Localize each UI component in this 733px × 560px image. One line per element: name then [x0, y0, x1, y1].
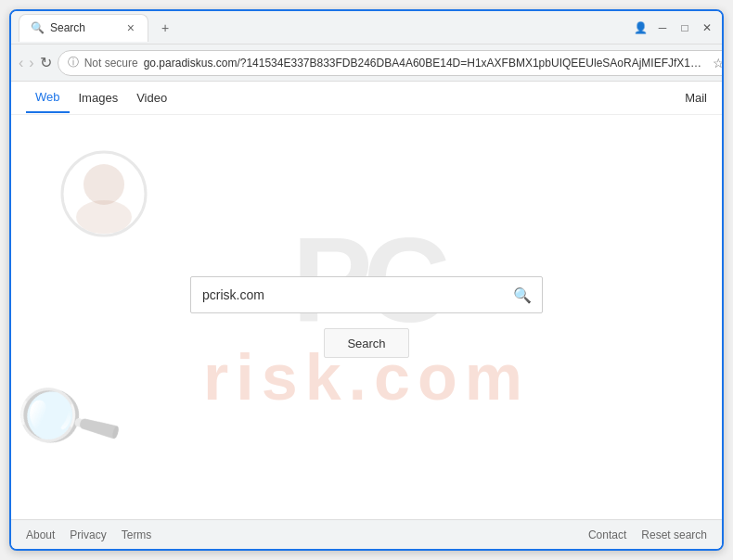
close-button[interactable]: ✕	[700, 20, 714, 35]
browser-window: 🔍 Search × + 👤 ─ □ ✕ ‹ › ↻ ⓘ Not secure …	[9, 9, 724, 551]
refresh-button[interactable]: ↻	[40, 50, 52, 76]
footer-privacy-link[interactable]: Privacy	[70, 528, 106, 541]
svg-point-1	[84, 164, 124, 205]
title-bar: 🔍 Search × + 👤 ─ □ ✕	[11, 11, 722, 45]
nav-item-images[interactable]: Images	[70, 83, 128, 112]
bookmark-button[interactable]: ☆	[713, 56, 724, 70]
footer-contact-link[interactable]: Contact	[588, 528, 626, 541]
footer-terms-link[interactable]: Terms	[122, 528, 152, 541]
svg-point-0	[62, 152, 146, 235]
watermark-logo-area	[48, 143, 160, 254]
nav-item-video[interactable]: Video	[127, 83, 176, 112]
tab-close-button[interactable]: ×	[125, 20, 136, 35]
magnifier-watermark: 🔍	[11, 359, 129, 480]
forward-button[interactable]: ›	[29, 50, 33, 76]
footer-about-link[interactable]: About	[26, 528, 55, 541]
footer-reset-search-link[interactable]: Reset search	[641, 528, 707, 541]
address-bar-row: ‹ › ↻ ⓘ Not secure go.paradiskus.com/?14…	[11, 45, 722, 82]
maximize-button[interactable]: □	[677, 20, 692, 35]
tab-title: Search	[50, 21, 85, 34]
search-form: 🔍 Search	[190, 276, 543, 358]
address-text: go.paradiskus.com/?141534E337B833FDB246D…	[144, 57, 707, 70]
main-content: 🔍 PC risk.com 🔍 Search	[11, 115, 722, 519]
profile-button[interactable]: 👤	[633, 20, 648, 35]
new-tab-button[interactable]: +	[152, 15, 178, 41]
search-button[interactable]: Search	[324, 328, 408, 358]
address-bar[interactable]: ⓘ Not secure go.paradiskus.com/?141534E3…	[58, 50, 724, 76]
back-button[interactable]: ‹	[19, 50, 23, 76]
svg-point-2	[76, 200, 132, 234]
minimize-button[interactable]: ─	[655, 20, 670, 35]
footer-right: Contact Reset search	[588, 528, 707, 541]
footer: About Privacy Terms Contact Reset search	[11, 519, 722, 549]
footer-left: About Privacy Terms	[26, 528, 151, 541]
browser-tab[interactable]: 🔍 Search ×	[19, 14, 148, 42]
not-secure-label: Not secure	[84, 57, 138, 70]
nav-item-web[interactable]: Web	[26, 83, 70, 113]
site-nav: Web Images Video Mail	[11, 82, 722, 115]
tab-favicon: 🔍	[31, 21, 45, 34]
security-icon: ⓘ	[68, 55, 79, 70]
window-controls: 👤 ─ □ ✕	[633, 20, 714, 35]
search-input[interactable]	[190, 276, 543, 313]
search-input-wrapper: 🔍	[190, 276, 543, 313]
nav-mail-link[interactable]: Mail	[685, 91, 707, 105]
